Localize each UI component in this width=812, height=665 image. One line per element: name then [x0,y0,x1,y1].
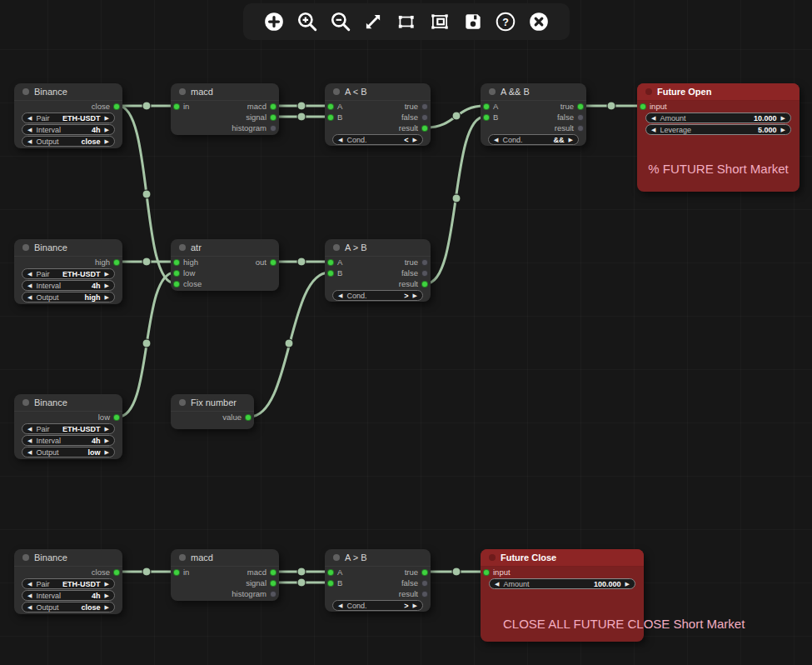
node-a-gt-b-2[interactable]: A > B A true B false result Cond. > [325,549,431,612]
collapse-dot-icon[interactable] [333,554,340,561]
leverage-stepper[interactable]: Leverage 5.000 [645,124,791,135]
output-select[interactable]: Output low [22,447,115,458]
link[interactable] [426,117,485,283]
save-button[interactable] [461,9,486,34]
node-header[interactable]: atr [171,239,279,257]
node-header[interactable]: macd [171,549,279,567]
node-header[interactable]: Fix number [171,394,254,412]
amount-stepper[interactable]: Amount 10.000 [645,112,791,123]
node-header[interactable]: A && B [481,83,586,101]
output-port[interactable] [113,569,120,576]
node-header[interactable]: Binance [14,549,122,567]
output-port[interactable] [421,580,428,587]
stepper-left-icon[interactable] [27,449,32,455]
input-port[interactable] [327,103,334,110]
node-macd-2[interactable]: macd in macd signal histogram [171,549,279,601]
node-header[interactable]: macd [171,83,279,101]
node-a-gt-b-1[interactable]: A > B A true B false result Cond. > [325,239,431,302]
pair-select[interactable]: Pair ETH-USDT [22,578,115,589]
stepper-right-icon[interactable] [105,438,109,443]
output-port[interactable] [270,580,276,587]
stepper-right-icon[interactable] [569,137,573,142]
output-select[interactable]: Output high [22,292,115,302]
node-macd-1[interactable]: macd in macd signal histogram [171,83,279,135]
input-port[interactable] [327,259,334,266]
stepper-left-icon[interactable] [27,581,32,587]
stepper-left-icon[interactable] [27,294,32,300]
collapse-dot-icon[interactable] [22,244,29,251]
collapse-dot-icon[interactable] [333,244,340,251]
stepper-right-icon[interactable] [105,581,109,587]
stepper-left-icon[interactable] [27,271,32,277]
input-port[interactable] [327,580,334,587]
input-port[interactable] [483,103,490,110]
stepper-left-icon[interactable] [27,438,32,443]
stepper-left-icon[interactable] [27,604,32,610]
node-a-lt-b[interactable]: A < B A true B false result Cond. < [325,83,431,146]
node-future-open[interactable]: Future Open input Amount 10.000 Leverage… [637,83,800,192]
link[interactable] [118,106,175,283]
collapse-dot-icon[interactable] [333,88,340,95]
input-port[interactable] [327,270,334,277]
output-select[interactable]: Output close [22,136,115,147]
stepper-right-icon[interactable] [105,138,109,144]
stepper-right-icon[interactable] [413,292,417,298]
stepper-right-icon[interactable] [105,294,109,300]
output-port[interactable] [421,259,428,266]
output-port[interactable] [421,569,428,576]
stepper-left-icon[interactable] [338,137,342,142]
stepper-left-icon[interactable] [651,115,655,121]
node-header[interactable]: Future Close [481,549,644,567]
group-nodes-button[interactable] [427,9,452,34]
stepper-right-icon[interactable] [105,449,109,455]
input-port[interactable] [483,569,490,576]
output-port[interactable] [113,259,120,266]
node-binance-3[interactable]: Binance low Pair ETH-USDT Interval 4h Ou… [14,394,122,459]
input-port[interactable] [327,114,334,121]
input-port[interactable] [483,114,490,121]
node-header[interactable]: Binance [14,239,122,257]
node-future-close[interactable]: Future Close input Amount 100.000 CLOSE … [481,549,644,642]
zoom-out-button[interactable] [328,9,353,34]
help-button[interactable]: ? [493,9,518,34]
node-header[interactable]: Binance [14,394,122,412]
cond-select[interactable]: Cond. > [332,290,423,301]
stepper-right-icon[interactable] [105,604,109,610]
node-editor-canvas[interactable]: ? [0,0,812,665]
pair-select[interactable]: Pair ETH-USDT [22,268,115,279]
output-port[interactable] [421,281,428,288]
stepper-left-icon[interactable] [338,602,342,608]
interval-select[interactable]: Interval 4h [22,435,115,446]
output-port[interactable] [421,591,428,598]
output-port[interactable] [270,103,276,110]
output-port[interactable] [421,103,428,110]
node-header[interactable]: Binance [14,83,122,101]
output-port[interactable] [577,114,584,121]
link[interactable] [426,106,485,128]
cond-select[interactable]: Cond. && [488,134,579,145]
node-a-and-b[interactable]: A && B A true B false result Cond. && [481,83,586,146]
output-select[interactable]: Output close [22,602,115,612]
cond-select[interactable]: Cond. > [332,600,423,611]
stepper-right-icon[interactable] [781,127,785,132]
stepper-left-icon[interactable] [27,138,32,144]
stepper-right-icon[interactable] [105,282,109,288]
output-port[interactable] [421,114,428,121]
stepper-left-icon[interactable] [27,426,32,432]
collapse-dot-icon[interactable] [179,244,186,251]
output-port[interactable] [245,414,252,421]
output-port[interactable] [270,114,276,121]
pair-select[interactable]: Pair ETH-USDT [22,112,115,123]
input-port[interactable] [173,569,180,576]
output-port[interactable] [270,591,276,598]
input-port[interactable] [173,270,180,277]
output-port[interactable] [270,259,276,266]
zoom-in-button[interactable] [295,9,320,34]
output-port[interactable] [421,270,428,277]
input-port[interactable] [173,259,180,266]
collapse-dot-icon[interactable] [489,88,496,95]
node-header[interactable]: A < B [325,83,431,101]
node-header[interactable]: A > B [325,549,431,567]
stepper-left-icon[interactable] [495,581,499,587]
stepper-right-icon[interactable] [105,271,109,277]
